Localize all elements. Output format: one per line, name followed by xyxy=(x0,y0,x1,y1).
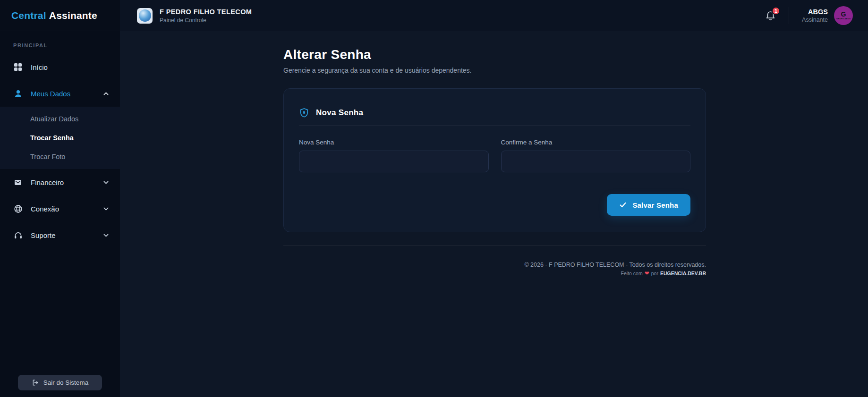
sidebar-item-label: Suporte xyxy=(31,231,56,239)
password-fields: Nova Senha Confirme a Senha xyxy=(299,139,690,172)
headset-icon xyxy=(13,230,23,240)
topbar: F PEDRO FILHO TELECOM Painel de Controle… xyxy=(120,0,868,31)
credit-prefix: Feito com xyxy=(621,270,643,276)
company-logo xyxy=(137,8,153,24)
sidebar-item-label: Conexão xyxy=(31,205,59,213)
user-info: ABGS Assinante xyxy=(802,8,828,23)
company-subtitle: Painel de Controle xyxy=(160,17,252,24)
page-subtitle: Gerencie a segurança da sua conta e de u… xyxy=(283,67,706,74)
sidebar-item-inicio[interactable]: Início xyxy=(0,54,120,80)
sidebar-item-label: Financeiro xyxy=(31,178,64,186)
notifications-button[interactable]: 1 xyxy=(765,10,776,21)
app-logo-part1: Central xyxy=(11,10,46,21)
sidebar-item-meus-dados[interactable]: Meus Dados xyxy=(0,80,120,107)
credit-middle: por xyxy=(651,270,658,276)
content: Alterar Senha Gerencie a segurança da su… xyxy=(120,31,868,397)
sidebar-subitem-label: Trocar Foto xyxy=(30,153,65,160)
chevron-down-icon xyxy=(102,179,110,186)
sidebar-subitem-trocar-senha[interactable]: Trocar Senha xyxy=(0,128,120,147)
card-title: Nova Senha xyxy=(316,108,363,118)
card-actions: Salvar Senha xyxy=(299,194,690,216)
logout-icon xyxy=(32,379,39,386)
password-card: Nova Senha Nova Senha Confirme a Senha xyxy=(283,88,706,232)
credit-brand-link[interactable]: EUGENCIA.DEV.BR xyxy=(660,270,706,276)
page-footer: © 2026 - F PEDRO FILHO TELECOM - Todos o… xyxy=(283,262,706,281)
save-password-button[interactable]: Salvar Senha xyxy=(607,194,690,216)
copyright-text: © 2026 - F PEDRO FILHO TELECOM - Todos o… xyxy=(283,262,706,268)
sidebar-subitem-atualizar-dados[interactable]: Atualizar Dados xyxy=(0,110,120,128)
notification-badge: 1 xyxy=(772,7,780,15)
wallet-icon xyxy=(13,177,23,187)
confirm-password-field-group: Confirme a Senha xyxy=(501,139,691,172)
company-name: F PEDRO FILHO TELECOM xyxy=(160,8,252,16)
main-column: F PEDRO FILHO TELECOM Painel de Controle… xyxy=(120,0,868,397)
sidebar-section-label: PRINCIPAL xyxy=(13,42,120,48)
footer-divider xyxy=(283,245,706,246)
sidebar-subitem-label: Trocar Senha xyxy=(30,134,74,142)
check-icon xyxy=(619,201,627,209)
credit-line: Feito com ❤ por EUGENCIA.DEV.BR xyxy=(283,270,706,276)
chevron-down-icon xyxy=(102,232,110,239)
sidebar-item-suporte[interactable]: Suporte xyxy=(0,222,120,248)
new-password-field-group: Nova Senha xyxy=(299,139,489,172)
logout-area: Sair do Sistema xyxy=(0,375,120,397)
chevron-down-icon xyxy=(102,205,110,212)
avatar[interactable]: G GRUPO ABGS xyxy=(834,6,853,25)
new-password-label: Nova Senha xyxy=(299,139,489,146)
app-logo[interactable]: Central Assinante xyxy=(0,0,120,31)
sidebar-item-conexao[interactable]: Conexão xyxy=(0,195,120,222)
heart-icon: ❤ xyxy=(645,271,649,276)
chevron-up-icon xyxy=(102,90,110,97)
user-name: ABGS xyxy=(802,8,828,16)
company-info: F PEDRO FILHO TELECOM Painel de Controle xyxy=(160,8,252,24)
grid-icon xyxy=(13,62,23,72)
company-logo-globe-icon xyxy=(139,9,151,22)
avatar-text: GRUPO ABGS xyxy=(836,17,851,20)
card-header: Nova Senha xyxy=(299,108,690,126)
user-role: Assinante xyxy=(802,17,828,23)
sidebar-submenu-meus-dados: Atualizar Dados Trocar Senha Trocar Foto xyxy=(0,107,120,169)
topbar-divider xyxy=(789,7,789,24)
logout-label: Sair do Sistema xyxy=(43,379,88,386)
new-password-input[interactable] xyxy=(299,151,489,172)
save-password-label: Salvar Senha xyxy=(632,201,678,209)
sidebar-subitem-label: Atualizar Dados xyxy=(30,115,78,123)
page-title: Alterar Senha xyxy=(283,47,706,62)
shield-icon xyxy=(299,108,309,118)
sidebar-item-label: Início xyxy=(31,63,48,71)
user-icon xyxy=(13,89,23,98)
avatar-letter: G xyxy=(841,11,846,17)
sidebar-subitem-trocar-foto[interactable]: Trocar Foto xyxy=(0,147,120,166)
confirm-password-input[interactable] xyxy=(501,151,691,172)
logout-button[interactable]: Sair do Sistema xyxy=(18,375,102,390)
sidebar-item-financeiro[interactable]: Financeiro xyxy=(0,169,120,195)
sidebar: Central Assinante PRINCIPAL Início Meus … xyxy=(0,0,120,397)
globe-icon xyxy=(13,204,23,213)
sidebar-item-label: Meus Dados xyxy=(31,90,70,98)
confirm-password-label: Confirme a Senha xyxy=(501,139,691,146)
app-logo-part2: Assinante xyxy=(49,10,97,21)
topbar-right: 1 ABGS Assinante G GRUPO ABGS xyxy=(765,6,853,25)
